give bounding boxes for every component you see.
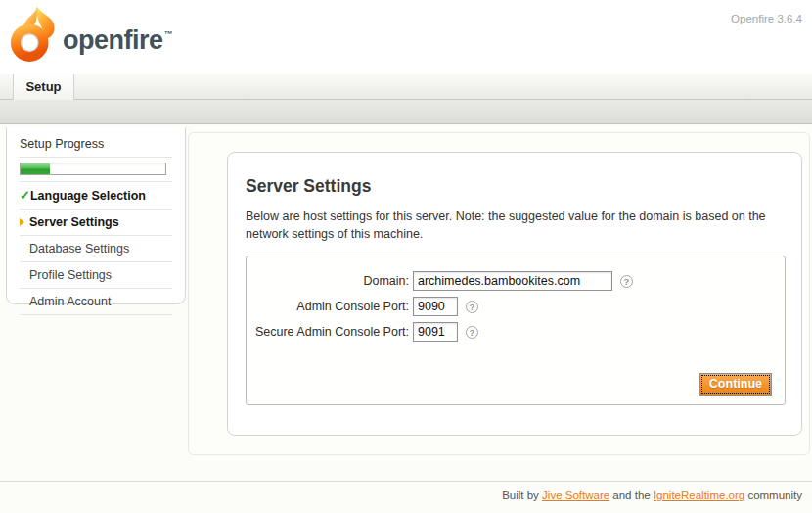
brand-wordmark: openfire™: [63, 25, 172, 56]
header: openfire™ Openfire 3.6.4: [0, 0, 812, 74]
tab-setup[interactable]: Setup: [13, 74, 74, 100]
sidebar-item-database-settings: Database Settings: [20, 236, 172, 262]
check-icon: ✓: [20, 188, 30, 203]
openfire-setup-page: openfire™ Openfire 3.6.4 Setup Setup Pro…: [0, 0, 812, 513]
footer-text-middle: and the: [609, 490, 654, 501]
progress-track: [20, 163, 166, 175]
admin-console-port-label: Admin Console Port:: [247, 300, 409, 313]
form-row-secure-port: Secure Admin Console Port: ?: [247, 322, 785, 342]
sidebar-item-profile-settings: Profile Settings: [20, 262, 172, 289]
trademark-symbol: ™: [164, 29, 173, 39]
form-row-domain: Domain: ?: [247, 271, 785, 291]
form-row-admin-port: Admin Console Port: ?: [247, 297, 785, 316]
admin-port-help-icon[interactable]: ?: [466, 301, 478, 313]
secure-admin-console-port-input[interactable]: [413, 322, 458, 342]
sidebar-title: Setup Progress: [20, 137, 172, 158]
domain-input[interactable]: [413, 271, 612, 291]
admin-console-port-input[interactable]: [413, 297, 458, 316]
main-content-box: Server Settings Below are host settings …: [227, 152, 802, 436]
tab-bar: Setup: [0, 74, 812, 100]
openfire-flame-logo-icon: [10, 5, 59, 64]
jive-software-link[interactable]: Jive Software: [542, 490, 609, 501]
secure-admin-console-port-label: Secure Admin Console Port:: [247, 325, 409, 339]
secure-port-help-icon[interactable]: ?: [466, 326, 478, 339]
domain-label: Domain:: [247, 274, 409, 288]
sidebar-item-language-selection: ✓Language Selection: [20, 182, 172, 210]
footer: Built by Jive Software and the IgniteRea…: [0, 481, 812, 513]
igniterealtime-link[interactable]: IgniteRealtime.org: [654, 490, 744, 501]
footer-text-suffix: community: [744, 490, 802, 501]
setup-progress-sidebar: Setup Progress ✓Language Selection Serve…: [6, 127, 186, 304]
progress-bar: [20, 158, 172, 182]
footer-text-prefix: Built by: [502, 490, 542, 501]
arrow-bullet-icon: [20, 218, 24, 226]
page-title: Server Settings: [246, 176, 784, 197]
domain-help-icon[interactable]: ?: [620, 275, 633, 288]
sidebar-item-server-settings: Server Settings: [20, 210, 172, 236]
progress-fill: [21, 163, 50, 174]
version-label: Openfire 3.6.4: [731, 13, 802, 24]
continue-button[interactable]: Continue: [699, 373, 772, 396]
server-settings-form: Domain: ? Admin Console Port: ? Secure A…: [246, 256, 786, 405]
page-description: Below are host settings for this server.…: [246, 208, 779, 243]
subnav-bar: [0, 100, 812, 124]
sidebar-item-admin-account: Admin Account: [20, 289, 172, 315]
